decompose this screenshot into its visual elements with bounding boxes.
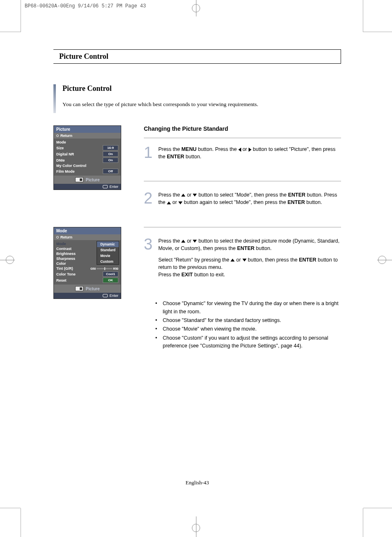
option-standard: Standard <box>97 247 119 253</box>
osd-row: Digital NROn <box>54 151 121 157</box>
enter-icon <box>103 185 108 188</box>
list-item: Choose "Movie" when viewing the movie. <box>155 325 341 333</box>
up-arrow-icon <box>231 259 235 262</box>
list-item: Choose "Standard" for the standard facto… <box>155 317 341 324</box>
step-text: Press the or button to select the desire… <box>158 237 341 283</box>
osd-mode-menu: Mode Return Mode Contrast Brightness Sha… <box>53 227 121 299</box>
crop-mark <box>0 508 21 508</box>
crop-mark <box>363 0 363 32</box>
tv-icon <box>75 177 83 182</box>
osd-row: Color ToneCool1 <box>54 271 121 277</box>
osd-footer: Picture <box>54 176 121 184</box>
osd-enter-hint: Enter <box>54 184 121 190</box>
crop-mark <box>21 508 21 537</box>
crop-mark <box>0 32 21 32</box>
option-dynamic: Dynamic <box>97 241 119 247</box>
crop-mark <box>192 4 200 12</box>
osd-row: DNIeOn <box>54 157 121 163</box>
accent-bar-icon <box>53 84 56 113</box>
crop-mark <box>363 508 363 537</box>
step-number: 1 <box>144 146 152 164</box>
osd-title: Picture <box>54 126 121 133</box>
crop-mark <box>21 0 21 32</box>
step-text: Press the or button to select "Mode", th… <box>158 191 341 210</box>
osd-picture-menu: Picture Return Mode Size16:9 Digital NRO… <box>53 125 121 190</box>
osd-row: ResetOK <box>54 277 121 283</box>
crop-mark <box>363 508 392 508</box>
osd-return-item: Return <box>54 133 121 139</box>
crop-mark <box>6 256 14 264</box>
up-arrow-icon <box>181 240 185 243</box>
chapter-title: Picture Control <box>59 52 335 61</box>
step-number: 2 <box>144 191 152 210</box>
crop-mark <box>378 256 386 264</box>
tv-icon <box>75 286 83 291</box>
chapter-title-box: Picture Control <box>53 49 341 64</box>
left-arrow-icon <box>238 148 241 152</box>
tint-slider: G50R50 <box>90 267 118 270</box>
step-2: 2 Press the or button to select "Mode", … <box>144 191 341 227</box>
enter-icon <box>103 294 108 297</box>
up-arrow-icon <box>167 201 171 204</box>
page-number: English-43 <box>53 479 341 486</box>
step-1: 1 Press the MENU button. Press the or bu… <box>144 146 341 181</box>
right-arrow-icon <box>249 148 251 152</box>
print-crop-header: BP68-00620A-00Eng 9/14/06 5:27 PM Page 4… <box>25 3 146 9</box>
down-arrow-icon <box>193 240 197 243</box>
subsection-heading: Changing the Picture Standard <box>144 125 341 138</box>
option-custom: Custom <box>97 259 119 264</box>
osd-return-item: Return <box>54 234 121 240</box>
crop-mark <box>192 524 200 532</box>
mode-options-popup: Dynamic Standard Movie Custom <box>97 241 119 265</box>
crop-mark <box>363 32 392 32</box>
down-arrow-icon <box>178 201 182 204</box>
list-item: Choose "Custom" if you want to adjust th… <box>155 334 341 350</box>
osd-row: Tint (G/R) G50R50 <box>54 266 121 271</box>
down-arrow-icon <box>193 194 197 197</box>
list-item: Choose "Dynamic" for viewing the TV duri… <box>155 300 341 316</box>
osd-row: Mode <box>54 140 121 145</box>
intro-text: You can select the type of picture which… <box>62 101 258 108</box>
osd-row: Film ModeOff <box>54 168 121 174</box>
osd-enter-hint: Enter <box>54 293 121 299</box>
section-title: Picture Control <box>62 84 258 93</box>
osd-title: Mode <box>54 227 121 234</box>
osd-footer: Picture <box>54 285 121 293</box>
step-text: Press the MENU button. Press the or butt… <box>158 146 341 164</box>
up-arrow-icon <box>181 194 185 197</box>
option-movie: Movie <box>97 253 119 259</box>
step-3: 3 Press the or button to select the desi… <box>144 237 341 290</box>
notes-list: Choose "Dynamic" for viewing the TV duri… <box>144 300 341 350</box>
step-number: 3 <box>144 237 152 283</box>
osd-row: Size16:9 <box>54 145 121 151</box>
osd-row: My Color Control <box>54 163 121 168</box>
down-arrow-icon <box>242 259 247 262</box>
